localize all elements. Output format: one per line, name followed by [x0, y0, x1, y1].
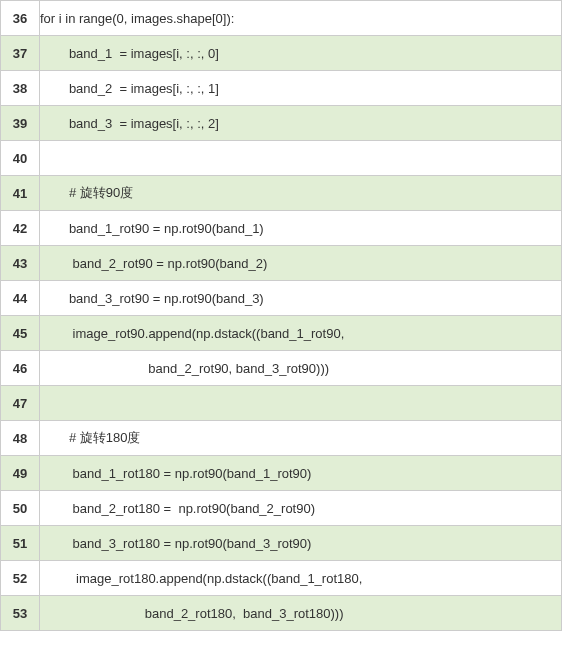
line-number: 47	[1, 386, 40, 421]
code-row: 40	[1, 141, 562, 176]
line-number: 50	[1, 491, 40, 526]
line-number: 36	[1, 1, 40, 36]
code-row: 51 band_3_rot180 = np.rot90(band_3_rot90…	[1, 526, 562, 561]
line-number: 48	[1, 421, 40, 456]
code-row: 52 image_rot180.append(np.dstack((band_1…	[1, 561, 562, 596]
code-line: image_rot90.append(np.dstack((band_1_rot…	[40, 316, 562, 351]
line-number: 53	[1, 596, 40, 631]
code-line: band_2_rot90, band_3_rot90)))	[40, 351, 562, 386]
line-number: 39	[1, 106, 40, 141]
code-row: 47	[1, 386, 562, 421]
line-number: 52	[1, 561, 40, 596]
code-row: 44 band_3_rot90 = np.rot90(band_3)	[1, 281, 562, 316]
code-row: 37 band_1 = images[i, :, :, 0]	[1, 36, 562, 71]
line-number: 42	[1, 211, 40, 246]
code-line: band_1_rot90 = np.rot90(band_1)	[40, 211, 562, 246]
code-row: 53 band_2_rot180, band_3_rot180)))	[1, 596, 562, 631]
code-row: 46 band_2_rot90, band_3_rot90)))	[1, 351, 562, 386]
code-line: image_rot180.append(np.dstack((band_1_ro…	[40, 561, 562, 596]
code-row: 48 # 旋转180度	[1, 421, 562, 456]
code-row: 39 band_3 = images[i, :, :, 2]	[1, 106, 562, 141]
line-number: 46	[1, 351, 40, 386]
code-row: 42 band_1_rot90 = np.rot90(band_1)	[1, 211, 562, 246]
code-line	[40, 386, 562, 421]
line-number: 41	[1, 176, 40, 211]
line-number: 49	[1, 456, 40, 491]
code-line	[40, 141, 562, 176]
code-row: 49 band_1_rot180 = np.rot90(band_1_rot90…	[1, 456, 562, 491]
code-listing-body: 36for i in range(0, images.shape[0]):37 …	[1, 1, 562, 631]
code-row: 50 band_2_rot180 = np.rot90(band_2_rot90…	[1, 491, 562, 526]
code-line: band_1 = images[i, :, :, 0]	[40, 36, 562, 71]
code-line: band_2_rot180 = np.rot90(band_2_rot90)	[40, 491, 562, 526]
code-line: band_3_rot180 = np.rot90(band_3_rot90)	[40, 526, 562, 561]
line-number: 51	[1, 526, 40, 561]
code-row: 45 image_rot90.append(np.dstack((band_1_…	[1, 316, 562, 351]
line-number: 45	[1, 316, 40, 351]
code-line: # 旋转90度	[40, 176, 562, 211]
code-line: for i in range(0, images.shape[0]):	[40, 1, 562, 36]
line-number: 38	[1, 71, 40, 106]
code-listing-table: 36for i in range(0, images.shape[0]):37 …	[0, 0, 562, 631]
line-number: 37	[1, 36, 40, 71]
code-line: # 旋转180度	[40, 421, 562, 456]
code-line: band_2_rot90 = np.rot90(band_2)	[40, 246, 562, 281]
line-number: 43	[1, 246, 40, 281]
code-line: band_2 = images[i, :, :, 1]	[40, 71, 562, 106]
line-number: 40	[1, 141, 40, 176]
code-line: band_2_rot180, band_3_rot180)))	[40, 596, 562, 631]
code-line: band_3 = images[i, :, :, 2]	[40, 106, 562, 141]
code-row: 41 # 旋转90度	[1, 176, 562, 211]
line-number: 44	[1, 281, 40, 316]
code-row: 43 band_2_rot90 = np.rot90(band_2)	[1, 246, 562, 281]
code-line: band_1_rot180 = np.rot90(band_1_rot90)	[40, 456, 562, 491]
code-line: band_3_rot90 = np.rot90(band_3)	[40, 281, 562, 316]
code-row: 38 band_2 = images[i, :, :, 1]	[1, 71, 562, 106]
code-row: 36for i in range(0, images.shape[0]):	[1, 1, 562, 36]
